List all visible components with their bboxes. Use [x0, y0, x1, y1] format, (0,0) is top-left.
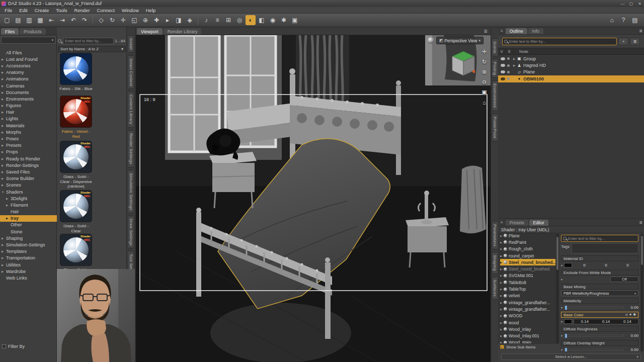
category-figures[interactable]: ▶Figures: [0, 103, 57, 109]
merge-icon[interactable]: ▥: [24, 15, 34, 25]
category-templates[interactable]: ▶Templates: [0, 248, 57, 255]
rotate-tool-icon[interactable]: ↻: [107, 15, 117, 25]
chevron-down-icon[interactable]: ▾: [561, 278, 562, 281]
metallicity-value[interactable]: 0.00: [625, 305, 638, 310]
sort-dropdown[interactable]: Sort by Name : A to Z ▾: [58, 46, 126, 52]
show-sub-items-row[interactable]: ✓ Show Sub Items: [500, 343, 557, 350]
property-scrollbar-thumb[interactable]: [641, 236, 643, 265]
slider-handle[interactable]: [565, 306, 567, 310]
diffuse-roughness-slider[interactable]: [564, 335, 624, 336]
create-node-icon[interactable]: ◇: [96, 15, 106, 25]
scene-node-obm0100[interactable]: ●OBM0100: [498, 75, 644, 82]
exclude-white-mode-header[interactable]: Exclude From White Mode: [561, 269, 638, 276]
undo-icon[interactable]: ↶: [68, 15, 78, 25]
dock-tab-environment[interactable]: Environment: [492, 80, 498, 111]
category-transportation[interactable]: ▶Transportation: [0, 255, 57, 261]
diffuse-overlay-value[interactable]: 0.00: [625, 347, 638, 352]
category-presets[interactable]: ▶Presets: [0, 142, 57, 149]
list-options-button[interactable]: ≣: [630, 38, 640, 45]
save-icon[interactable]: ▦: [35, 15, 45, 25]
material-row[interactable]: ▶Plane: [500, 234, 555, 239]
menu-render[interactable]: Render: [70, 8, 93, 13]
zoom-out-icon[interactable]: ⊖: [480, 78, 488, 86]
pan-tool-icon[interactable]: ✛: [480, 48, 488, 56]
dock-tab-scene[interactable]: Scene: [492, 38, 498, 56]
lesson-selector[interactable]: Select a Lesson... ▾: [501, 353, 641, 360]
asset-tile[interactable]: ShaderMDL: [60, 141, 92, 173]
dock-tab-install[interactable]: Install: [128, 35, 134, 53]
spot-render-icon[interactable]: ◧: [257, 15, 267, 25]
tab-info[interactable]: Info: [528, 28, 543, 34]
material-row[interactable]: ▶vintage_grandfather...: [500, 299, 555, 306]
new-file-icon[interactable]: ▢: [2, 15, 12, 25]
menu-tools[interactable]: Tools: [52, 8, 70, 13]
slider-handle[interactable]: [565, 348, 567, 352]
material-id-header[interactable]: Material ID: [561, 255, 638, 261]
node-selection-tool-icon[interactable]: ▸: [163, 15, 173, 25]
camera-view-icon[interactable]: ▣: [290, 15, 300, 25]
diffuse-overlay-slider[interactable]: [564, 349, 624, 350]
tab-render-library[interactable]: Render Library: [164, 28, 202, 35]
category-simulation-settings[interactable]: ▶Simulation-Settings: [0, 241, 57, 248]
favorite-icon[interactable]: ♥: [629, 313, 631, 317]
show-sub-items-checkbox[interactable]: ✓: [500, 345, 504, 349]
export-icon[interactable]: ⇥: [57, 15, 67, 25]
align-icon[interactable]: ≡: [212, 15, 222, 25]
dock-tab-posing[interactable]: Posing: [492, 59, 498, 78]
close-button[interactable]: ✕: [635, 2, 644, 6]
material-row[interactable]: ▶Wood_Inlay.001: [500, 332, 555, 339]
material-row[interactable]: ▶TableTop: [500, 286, 555, 292]
asset-thumbnail[interactable]: ShaderMDLGlass - Solid -Clear: [58, 190, 94, 222]
visibility-eye-icon[interactable]: [501, 70, 505, 73]
category-all-files[interactable]: All Files: [0, 49, 57, 56]
category-lost-and-found[interactable]: ▶Lost and Found: [0, 56, 57, 62]
iray-preview-icon[interactable]: ◐: [246, 15, 256, 25]
filter-by-checkbox[interactable]: [2, 344, 6, 348]
exclude-white-mode-toggle[interactable]: Off: [610, 277, 638, 282]
category-animations[interactable]: ▶Animations: [0, 76, 57, 82]
dock-tab-content-library[interactable]: Content Library: [128, 92, 134, 127]
render-settings-icon[interactable]: ✱: [279, 15, 289, 25]
category-hair[interactable]: Hair: [0, 209, 57, 215]
universal-tool-icon[interactable]: ⊕: [140, 15, 150, 25]
material-row[interactable]: ▶velvet: [500, 293, 555, 299]
selectable-icon[interactable]: [507, 77, 510, 80]
tab-products[interactable]: Products: [20, 28, 46, 35]
property-search-input[interactable]: Enter text to filter by...: [561, 235, 638, 242]
menu-connect[interactable]: Connect: [94, 8, 118, 13]
active-pose-tool-icon[interactable]: ✚: [151, 15, 162, 25]
orbit-icon[interactable]: ↻: [480, 58, 488, 66]
asset-search-input[interactable]: Enter text to filter by...: [63, 38, 114, 44]
chevron-down-icon[interactable]: ▾: [561, 320, 562, 323]
material-row[interactable]: ▶Rough_cloth: [500, 246, 555, 252]
category-hair[interactable]: ▶Hair: [0, 109, 57, 116]
gear-icon[interactable]: ✱: [633, 313, 636, 317]
diffuse-roughness-header[interactable]: Diffuse Roughness: [561, 326, 638, 332]
material-row[interactable]: ▶WOOD: [500, 313, 555, 319]
menu-create[interactable]: Create: [31, 8, 53, 13]
category-shaping[interactable]: ▶Shaping: [0, 235, 57, 241]
asset-thumbnail[interactable]: ShaderMDLGlass - Solid -Clear - Dispersi…: [58, 141, 94, 173]
category-accessories[interactable]: ▶Accessories: [0, 62, 57, 69]
column-visible[interactable]: V: [498, 49, 506, 54]
surface-selection-tool-icon[interactable]: ◨: [174, 15, 184, 25]
scene-node-group[interactable]: ▶▣Group: [498, 55, 644, 62]
node-arrow-icon[interactable]: ▶: [512, 57, 516, 60]
base-color-swatch[interactable]: [564, 319, 572, 324]
outline-search-input[interactable]: Enter text to filter by...: [502, 38, 617, 45]
category-render-settings[interactable]: ▶Render-Settings: [0, 162, 57, 168]
asset-tile[interactable]: [60, 53, 92, 85]
base-mixing-header[interactable]: Base Mixing: [561, 284, 638, 290]
camera-selector-dropdown[interactable]: ◩ Perspective View ▾: [436, 37, 484, 44]
material-row[interactable]: ▶Wood_stain: [500, 339, 555, 343]
pane-menu-icon[interactable]: ≡: [499, 29, 505, 34]
link-icon[interactable]: ∞: [625, 313, 628, 317]
metallicity-slider[interactable]: [564, 307, 624, 308]
asset-tile[interactable]: ShaderMDL: [60, 190, 92, 222]
base-color-header[interactable]: Base Color ∞ ♥ ✱: [561, 312, 638, 318]
scene-node-plane[interactable]: ▱Plane: [498, 69, 644, 75]
menu-help[interactable]: Help: [142, 8, 159, 13]
home-icon[interactable]: ⌂: [480, 99, 488, 106]
dock-tab-simulation-settings[interactable]: Simulation Settings: [128, 170, 134, 213]
tab-presets[interactable]: Presets: [506, 220, 528, 226]
